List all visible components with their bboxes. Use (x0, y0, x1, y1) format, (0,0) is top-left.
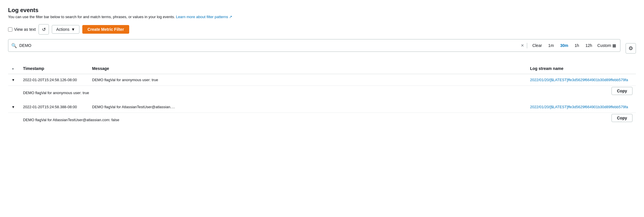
row1-expand-icon[interactable]: ▼ (12, 78, 15, 82)
table-row-expanded: DEMO flagVal for anonymous user: true Co… (8, 86, 636, 102)
row1-timestamp: 2022-01-20T15:24:58.126-08:00 (20, 74, 89, 86)
gear-icon: ⚙ (628, 45, 633, 52)
col-timestamp-header: Timestamp (20, 63, 89, 74)
1m-time-button[interactable]: 1m (547, 43, 555, 48)
table-row-expanded: DEMO flagVal for AtlassianTestUser@atlas… (8, 113, 636, 129)
chevron-down-icon: ▼ (71, 27, 75, 32)
row1-copy-button[interactable]: Copy (611, 87, 632, 95)
col-message-header: Message (89, 63, 527, 74)
actions-label: Actions (56, 27, 69, 32)
row2-expand-icon[interactable]: ▼ (12, 105, 15, 109)
search-icon: 🔍 (11, 43, 17, 48)
page-title: Log events (8, 7, 636, 14)
col-expand-header: ▼ (8, 63, 20, 74)
table-row: ▼ 2022-01-20T15:24:58.388-08:00 DEMO fla… (8, 101, 636, 113)
refresh-button[interactable]: ↺ (39, 24, 49, 35)
create-metric-filter-button[interactable]: Create Metric Filter (82, 25, 129, 34)
row2-expand-cell: ▼ (8, 101, 20, 113)
actions-button[interactable]: Actions ▼ (52, 25, 79, 34)
row1-logstream-link[interactable]: 2022/01/20/[$LATEST]ffe3d5629f664901b30d… (530, 78, 628, 82)
clear-time-button[interactable]: Clear (531, 43, 543, 48)
row2-expanded-content: DEMO flagVal for AtlassianTestUser@atlas… (23, 114, 632, 124)
page-subtitle: You can use the filter bar below to sear… (8, 15, 636, 19)
subtitle-text: You can use the filter bar below to sear… (8, 15, 175, 19)
row2-expanded-text: DEMO flagVal for AtlassianTestUser@atlas… (23, 118, 119, 122)
learn-more-link[interactable]: Learn more about filter patterns ↗ (176, 15, 232, 19)
view-as-text-label: View as text (14, 27, 36, 32)
log-table: ▼ Timestamp Message Log stream name ▼ (8, 63, 636, 128)
search-wrapper: 🔍 × (8, 43, 527, 48)
row2-logstream: 2022/01/20/[$LATEST]ffe3d5629f664901b30d… (527, 101, 636, 113)
row2-logstream-link[interactable]: 2022/01/20/[$LATEST]ffe3d5629f664901b30d… (530, 105, 628, 109)
table-row: ▼ 2022-01-20T15:24:58.126-08:00 DEMO fla… (8, 74, 636, 86)
search-row: 🔍 × Clear 1m 30m 1h 12h Custom ▦ (8, 39, 620, 52)
custom-time-button[interactable]: Custom ▦ (597, 43, 616, 48)
table-header-row: ▼ Timestamp Message Log stream name (8, 63, 636, 74)
table-body: ▼ 2022-01-20T15:24:58.126-08:00 DEMO fla… (8, 74, 636, 128)
search-clear-icon[interactable]: × (521, 43, 524, 48)
external-link-icon: ↗ (229, 15, 232, 19)
toolbar: View as text ↺ Actions ▼ Create Metric F… (8, 24, 636, 35)
sort-icon: ▼ (12, 67, 14, 71)
30m-time-button[interactable]: 30m (559, 43, 569, 48)
row1-expand-cell: ▼ (8, 74, 20, 86)
row2-expanded-cell: DEMO flagVal for AtlassianTestUser@atlas… (8, 113, 636, 129)
row1-expanded-content: DEMO flagVal for anonymous user: true Co… (23, 87, 632, 97)
row2-timestamp: 2022-01-20T15:24:58.388-08:00 (20, 101, 89, 113)
time-range-section: Clear 1m 30m 1h 12h Custom ▦ (527, 39, 620, 52)
view-as-text-container: View as text (8, 27, 36, 32)
row1-logstream: 2022/01/20/[$LATEST]ffe3d5629f664901b30d… (527, 74, 636, 86)
custom-label: Custom (597, 43, 611, 48)
1h-time-button[interactable]: 1h (573, 43, 580, 48)
page-header: Log events You can use the filter bar be… (8, 7, 636, 19)
row1-expanded-cell: DEMO flagVal for anonymous user: true Co… (8, 86, 636, 102)
row2-message: DEMO flagVal for AtlassianTestUser@atlas… (89, 101, 527, 113)
calendar-icon: ▦ (612, 43, 616, 48)
create-metric-filter-label: Create Metric Filter (87, 27, 124, 32)
col-logstream-header: Log stream name (527, 63, 636, 74)
settings-button[interactable]: ⚙ (626, 43, 636, 54)
row1-message: DEMO flagVal for anonymous user: true (89, 74, 527, 86)
row2-copy-button[interactable]: Copy (611, 114, 632, 122)
12h-time-button[interactable]: 12h (584, 43, 593, 48)
refresh-icon: ↺ (42, 27, 46, 32)
row1-expanded-text: DEMO flagVal for anonymous user: true (23, 91, 89, 95)
search-input[interactable] (19, 43, 519, 48)
page-container: Log events You can use the filter bar be… (0, 0, 644, 217)
view-as-text-checkbox[interactable] (8, 27, 12, 32)
